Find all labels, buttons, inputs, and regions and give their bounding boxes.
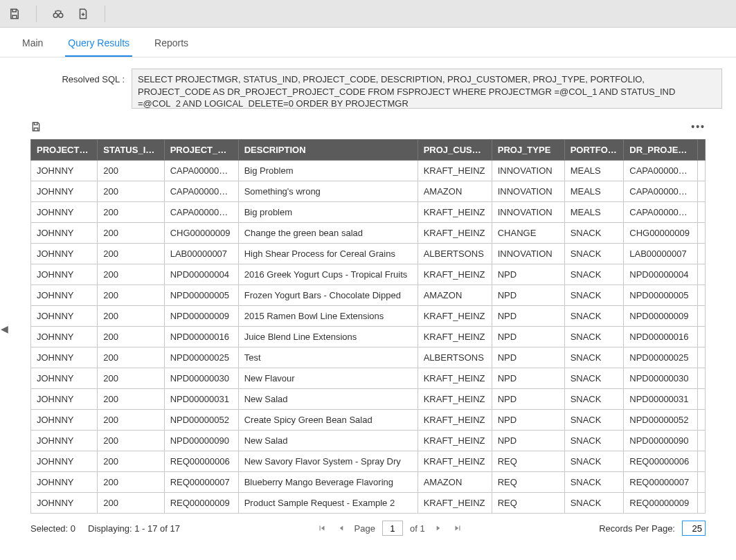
cell-pf[interactable]: MEALS [564, 202, 624, 223]
col-proj-customer[interactable]: PROJ_CUS… [418, 140, 492, 161]
save-config-icon[interactable] [30, 121, 42, 132]
cell-pf[interactable]: SNACK [564, 285, 624, 306]
cell-st[interactable]: 200 [98, 472, 164, 493]
cell-cu[interactable]: KRAFT_HEINZ [418, 306, 492, 327]
last-page-icon[interactable] [451, 522, 464, 534]
cell-pt[interactable]: NPD [492, 431, 564, 451]
cell-dr[interactable]: NPD00000030 [624, 368, 698, 389]
table-row[interactable]: JOHNNY200REQ00000006New Savory Flavor Sy… [31, 451, 706, 472]
table-row[interactable]: JOHNNY200NPD00000052Create Spicy Green B… [31, 410, 706, 431]
table-row[interactable]: JOHNNY200NPD00000090New SaladKRAFT_HEINZ… [31, 431, 706, 451]
cell-pt[interactable]: NPD [492, 306, 564, 327]
cell-pt[interactable]: REQ [492, 493, 564, 514]
cell-dr[interactable]: CAPA00000005 [624, 202, 698, 223]
cell-pc[interactable]: NPD00000052 [164, 410, 238, 431]
cell-ds[interactable]: New Savory Flavor System - Spray Dry [238, 451, 418, 472]
cell-pf[interactable]: MEALS [564, 161, 624, 181]
col-description[interactable]: DESCRIPTION [238, 140, 418, 161]
cell-pt[interactable]: NPD [492, 285, 564, 306]
cell-st[interactable]: 200 [98, 244, 164, 264]
cell-pm[interactable]: JOHNNY [31, 181, 98, 202]
table-row[interactable]: JOHNNY200CHG00000009Change the green bea… [31, 223, 706, 244]
cell-cu[interactable]: KRAFT_HEINZ [418, 161, 492, 181]
cell-dr[interactable]: NPD00000090 [624, 431, 698, 451]
cell-ds[interactable]: Something's wrong [238, 181, 418, 202]
cell-pf[interactable]: SNACK [564, 327, 624, 347]
tab-query-results[interactable]: Query Results [65, 37, 132, 57]
col-portfolio[interactable]: PORTFOLIO [564, 140, 624, 161]
cell-dr[interactable]: CAPA00000003 [624, 161, 698, 181]
table-row[interactable]: JOHNNY200NPD00000016Juice Blend Line Ext… [31, 327, 706, 347]
cell-ds[interactable]: Juice Blend Line Extensions [238, 327, 418, 347]
cell-ds[interactable]: Test [238, 347, 418, 368]
cell-cu[interactable]: KRAFT_HEINZ [418, 410, 492, 431]
cell-pm[interactable]: JOHNNY [31, 368, 98, 389]
cell-pc[interactable]: NPD00000004 [164, 264, 238, 285]
table-row[interactable]: JOHNNY200REQ00000009Product Sample Reque… [31, 493, 706, 514]
resolved-sql-field[interactable]: SELECT PROJECTMGR, STATUS_IND, PROJECT_C… [132, 69, 722, 109]
cell-st[interactable]: 200 [98, 368, 164, 389]
col-projectmgr[interactable]: PROJECTM… [31, 140, 98, 161]
cell-pm[interactable]: JOHNNY [31, 431, 98, 451]
cell-pm[interactable]: JOHNNY [31, 244, 98, 264]
cell-pm[interactable]: JOHNNY [31, 493, 98, 514]
cell-pm[interactable]: JOHNNY [31, 410, 98, 431]
cell-st[interactable]: 200 [98, 493, 164, 514]
cell-dr[interactable]: NPD00000025 [624, 347, 698, 368]
cell-pf[interactable]: SNACK [564, 431, 624, 451]
cell-pc[interactable]: REQ00000007 [164, 472, 238, 493]
table-row[interactable]: JOHNNY200CAPA00000005Big problemKRAFT_HE… [31, 202, 706, 223]
cell-dr[interactable]: NPD00000031 [624, 389, 698, 410]
cell-pt[interactable]: CHANGE [492, 223, 564, 244]
cell-pc[interactable]: NPD00000009 [164, 306, 238, 327]
cell-st[interactable]: 200 [98, 306, 164, 327]
table-row[interactable]: JOHNNY200NPD00000030New FlavourKRAFT_HEI… [31, 368, 706, 389]
cell-pt[interactable]: NPD [492, 368, 564, 389]
first-page-icon[interactable] [316, 522, 328, 534]
cell-pc[interactable]: NPD00000005 [164, 285, 238, 306]
cell-pf[interactable]: SNACK [564, 493, 624, 514]
prev-page-icon[interactable] [335, 522, 348, 534]
cell-pc[interactable]: NPD00000030 [164, 368, 238, 389]
cell-ds[interactable]: 2016 Greek Yogurt Cups - Tropical Fruits [238, 264, 418, 285]
cell-pt[interactable]: REQ [492, 472, 564, 493]
cell-st[interactable]: 200 [98, 410, 164, 431]
cell-pc[interactable]: NPD00000025 [164, 347, 238, 368]
cell-st[interactable]: 200 [98, 389, 164, 410]
cell-pc[interactable]: CHG00000009 [164, 223, 238, 244]
cell-pf[interactable]: SNACK [564, 306, 624, 327]
cell-dr[interactable]: NPD00000052 [624, 410, 698, 431]
table-row[interactable]: JOHNNY200NPD000000042016 Greek Yogurt Cu… [31, 264, 706, 285]
cell-pf[interactable]: SNACK [564, 244, 624, 264]
cell-pf[interactable]: SNACK [564, 389, 624, 410]
cell-pc[interactable]: REQ00000006 [164, 451, 238, 472]
cell-dr[interactable]: CAPA00000004 [624, 181, 698, 202]
table-row[interactable]: JOHNNY200NPD00000025TestALBERTSONSNPDSNA… [31, 347, 706, 368]
cell-pm[interactable]: JOHNNY [31, 264, 98, 285]
cell-pt[interactable]: NPD [492, 389, 564, 410]
cell-pm[interactable]: JOHNNY [31, 306, 98, 327]
table-row[interactable]: JOHNNY200LAB00000007High Shear Process f… [31, 244, 706, 264]
cell-ds[interactable]: Change the green bean salad [238, 223, 418, 244]
cell-pt[interactable]: NPD [492, 347, 564, 368]
cell-st[interactable]: 200 [98, 347, 164, 368]
cell-ds[interactable]: High Shear Process for Cereal Grains [238, 244, 418, 264]
cell-st[interactable]: 200 [98, 181, 164, 202]
cell-pf[interactable]: SNACK [564, 223, 624, 244]
cell-pf[interactable]: SNACK [564, 410, 624, 431]
col-dr-project[interactable]: DR_PROJE… [624, 140, 698, 161]
table-row[interactable]: JOHNNY200REQ00000007Blueberry Mango Beve… [31, 472, 706, 493]
binoculars-icon[interactable] [52, 8, 64, 20]
cell-cu[interactable]: KRAFT_HEINZ [418, 202, 492, 223]
table-row[interactable]: JOHNNY200CAPA00000003Big ProblemKRAFT_HE… [31, 161, 706, 181]
cell-st[interactable]: 200 [98, 327, 164, 347]
cell-pt[interactable]: REQ [492, 451, 564, 472]
cell-cu[interactable]: ALBERTSONS [418, 244, 492, 264]
cell-cu[interactable]: KRAFT_HEINZ [418, 389, 492, 410]
cell-ds[interactable]: Blueberry Mango Beverage Flavoring [238, 472, 418, 493]
cell-pt[interactable]: INNOVATION [492, 161, 564, 181]
cell-cu[interactable]: ALBERTSONS [418, 347, 492, 368]
new-file-icon[interactable] [77, 8, 89, 20]
cell-st[interactable]: 200 [98, 285, 164, 306]
cell-pt[interactable]: NPD [492, 327, 564, 347]
